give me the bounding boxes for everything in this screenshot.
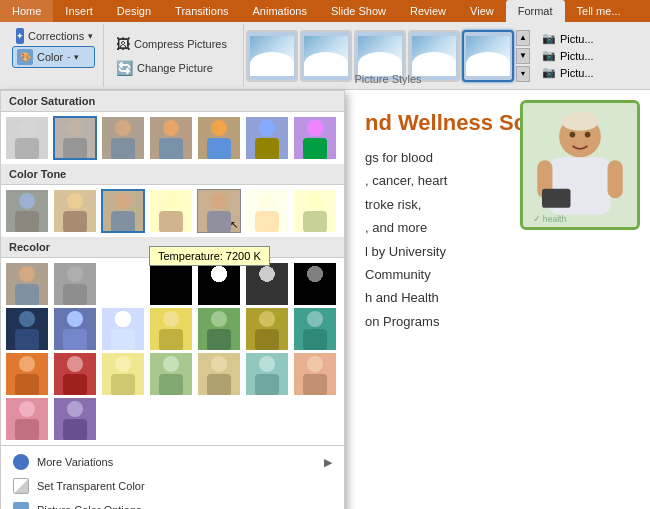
tone-thumb-5[interactable]: ↖ [197,189,241,233]
recolor-dark-pattern[interactable] [197,262,241,306]
svg-point-36 [259,266,275,282]
tab-tellme[interactable]: Tell me... [565,0,633,22]
sat-thumb-7[interactable] [293,116,337,160]
more-variations-item[interactable]: More Variations ▶ [1,450,344,474]
recolor-blue-dk[interactable] [5,307,49,351]
picture-option-3[interactable]: 📷 Pictu... [540,65,644,80]
tone-thumb-6[interactable] [245,189,289,233]
svg-rect-15 [15,211,39,233]
compress-group: 🖼 Compress Pictures 🔄 Change Picture [104,24,244,87]
recolor-white[interactable] [101,262,145,306]
recolor-yellow1[interactable] [149,307,193,351]
recolor-lt-yellow[interactable] [101,352,145,396]
recolor-green1[interactable] [197,307,241,351]
svg-point-48 [211,311,227,327]
styles-scroll: ▲ ▼ ▾ [516,30,530,82]
tab-insert[interactable]: Insert [53,0,105,22]
tab-transitions[interactable]: Transitions [163,0,240,22]
corrections-button[interactable]: ✦ Corrections ▾ [12,26,95,46]
recolor-red1[interactable] [53,352,97,396]
tab-home[interactable]: Home [0,0,53,22]
tone-thumb-1[interactable] [5,189,49,233]
svg-rect-11 [255,138,279,160]
recolor-tan[interactable] [197,352,241,396]
sat-thumb-4[interactable] [149,116,193,160]
svg-point-46 [163,311,179,327]
picture-color-options-item[interactable]: Picture Color Options... [1,498,344,509]
recolor-gray1[interactable] [53,262,97,306]
color-button[interactable]: 🎨 Color - ▾ [12,46,95,68]
recolor-purple1[interactable] [53,397,97,441]
style-thumb-2[interactable] [300,30,352,82]
svg-point-74 [561,112,599,131]
svg-point-6 [163,120,179,136]
sat-thumb-3[interactable] [101,116,145,160]
transparent-icon [13,478,29,494]
svg-rect-53 [303,329,327,351]
sat-thumb-2[interactable] [53,116,97,160]
recolor-none[interactable] [5,262,49,306]
tone-thumb-7[interactable] [293,189,337,233]
svg-point-26 [307,193,323,209]
sat-thumb-5[interactable] [197,116,241,160]
styles-scroll-down[interactable]: ▼ [516,48,530,64]
svg-rect-37 [255,284,279,306]
svg-point-34 [211,266,227,282]
compress-pictures-button[interactable]: 🖼 Compress Pictures [112,34,235,54]
tab-format[interactable]: Format [506,0,565,22]
svg-rect-31 [63,284,87,306]
svg-rect-7 [159,138,183,160]
recolor-black[interactable] [149,262,193,306]
svg-text:✓ health: ✓ health [533,214,567,224]
sat-thumb-1[interactable] [5,116,49,160]
color-tone-title: Color Tone [1,164,344,185]
style-thumb-1[interactable] [246,30,298,82]
style-thumb-5[interactable] [462,30,514,82]
svg-rect-63 [207,374,231,396]
svg-rect-21 [159,211,183,233]
tab-design[interactable]: Design [105,0,163,22]
svg-rect-39 [303,284,327,306]
tab-view[interactable]: View [458,0,506,22]
svg-rect-3 [63,138,87,160]
recolor-dk2[interactable] [245,262,289,306]
recolor-olive[interactable] [245,307,289,351]
tone-thumb-3[interactable] [101,189,145,233]
recolor-teal1[interactable] [293,307,337,351]
svg-point-70 [67,401,83,417]
tone-thumb-2[interactable] [53,189,97,233]
change-picture-button[interactable]: 🔄 Change Picture [112,58,235,78]
picture-option-1[interactable]: 📷 Pictu... [540,31,644,46]
tab-slideshow[interactable]: Slide Show [319,0,398,22]
sat-thumb-6[interactable] [245,116,289,160]
ribbon-bar: ✦ Corrections ▾ 🎨 Color - ▾ 🖼 Compress P… [0,22,650,90]
svg-point-20 [163,193,179,209]
svg-point-0 [19,120,35,136]
recolor-blue[interactable] [53,307,97,351]
recolor-peach[interactable] [293,352,337,396]
tone-thumb-4[interactable] [149,189,193,233]
svg-rect-43 [63,329,87,351]
set-transparent-item[interactable]: Set Transparent Color [1,474,344,498]
tab-review[interactable]: Review [398,0,458,22]
recolor-lt-teal[interactable] [245,352,289,396]
ribbon-tabs: Home Insert Design Transitions Animation… [0,0,650,22]
svg-rect-27 [303,211,327,233]
recolor-dk3[interactable] [293,262,337,306]
svg-rect-69 [15,419,39,441]
tab-animations[interactable]: Animations [241,0,319,22]
recolor-lt-blue[interactable] [101,307,145,351]
color-tooltip: Temperature: 7200 K [149,246,270,266]
svg-point-66 [307,356,323,372]
recolor-orange1[interactable] [5,352,49,396]
svg-point-80 [585,132,591,138]
svg-rect-45 [111,329,135,351]
color-icon: 🎨 [17,49,33,65]
styles-scroll-up[interactable]: ▲ [516,30,530,46]
styles-scroll-more[interactable]: ▾ [516,66,530,82]
picture-option-2[interactable]: 📷 Pictu... [540,48,644,63]
slide-person-photo: ✓ health [520,100,640,230]
recolor-lt-green[interactable] [149,352,193,396]
recolor-pink[interactable] [5,397,49,441]
svg-point-32 [163,266,179,282]
